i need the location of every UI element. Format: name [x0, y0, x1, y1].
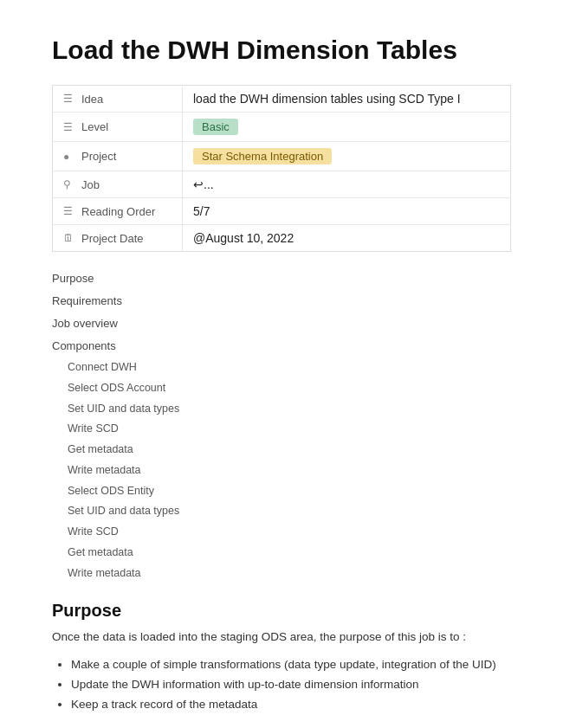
meta-value-cell: 5/7 [183, 198, 511, 225]
bullet-item: Make a couple of simple transformations … [71, 655, 511, 675]
purpose-section: Purpose Once the data is loaded into the… [52, 601, 511, 714]
purpose-bullets: Make a couple of simple transformations … [71, 655, 511, 715]
meta-table: ☰Ideaload the DWH dimension tables using… [52, 85, 511, 252]
meta-icon: ☰ [63, 93, 75, 105]
meta-label-text: Level [81, 120, 108, 133]
toc-sub-item[interactable]: Write metadata [52, 461, 511, 481]
toc-sub-item[interactable]: Get metadata [52, 440, 511, 461]
toc-sub-item[interactable]: Write metadata [52, 564, 511, 584]
meta-label-text: Project Date [81, 232, 144, 245]
meta-icon: 🗓 [63, 232, 75, 244]
toc-item[interactable]: Purpose [52, 267, 511, 290]
meta-value-cell: Basic [183, 113, 511, 142]
meta-value-cell: ↩... [183, 171, 511, 198]
meta-icon: ⚲ [63, 178, 75, 190]
toc-item[interactable]: Components [52, 335, 511, 358]
meta-label-text: Project [81, 150, 116, 163]
bullet-item: Keep a track record of the metadata [71, 695, 511, 715]
meta-label-cell: ☰Idea [53, 86, 183, 113]
level-badge: Basic [193, 119, 238, 135]
meta-label-text: Reading Order [81, 205, 155, 218]
toc-sub-item[interactable]: Select ODS Entity [52, 481, 511, 502]
toc-item[interactable]: Requirements [52, 290, 511, 312]
toc-sub-item[interactable]: Set UID and data types [52, 399, 511, 420]
meta-value-cell: load the DWH dimension tables using SCD … [183, 86, 511, 113]
page-title: Load the DWH Dimension Tables [52, 35, 511, 66]
purpose-heading: Purpose [52, 601, 511, 621]
meta-label-text: Job [81, 178, 100, 191]
meta-label-cell: 🗓Project Date [53, 225, 183, 252]
meta-value-cell: @August 10, 2022 [183, 225, 511, 252]
toc-sub-item[interactable]: Set UID and data types [52, 501, 511, 522]
meta-icon: ☰ [63, 121, 75, 133]
page: Load the DWH Dimension Tables ☰Ideaload … [0, 0, 563, 728]
meta-label-cell: ⚲Job [53, 171, 183, 198]
meta-label-cell: ☰Level [53, 113, 183, 142]
meta-icon: ☰ [63, 205, 75, 217]
toc-section: PurposeRequirementsJob overviewComponent… [52, 267, 511, 583]
toc-item[interactable]: Job overview [52, 312, 511, 335]
project-badge: Star Schema Integration [193, 148, 332, 164]
meta-label-text: Idea [81, 93, 103, 106]
meta-label-cell: ●Project [53, 142, 183, 171]
toc-sub-item[interactable]: Select ODS Account [52, 378, 511, 399]
meta-value-cell: Star Schema Integration [183, 142, 511, 171]
toc-sub-item[interactable]: Write SCD [52, 522, 511, 543]
toc-sub-item[interactable]: Write SCD [52, 419, 511, 440]
toc-sub-item[interactable]: Connect DWH [52, 358, 511, 378]
bullet-item: Update the DWH information with up-to-da… [71, 675, 511, 695]
toc-sub-item[interactable]: Get metadata [52, 543, 511, 564]
purpose-intro: Once the data is loaded into the staging… [52, 628, 511, 647]
meta-icon: ● [63, 151, 75, 163]
meta-label-cell: ☰Reading Order [53, 198, 183, 225]
